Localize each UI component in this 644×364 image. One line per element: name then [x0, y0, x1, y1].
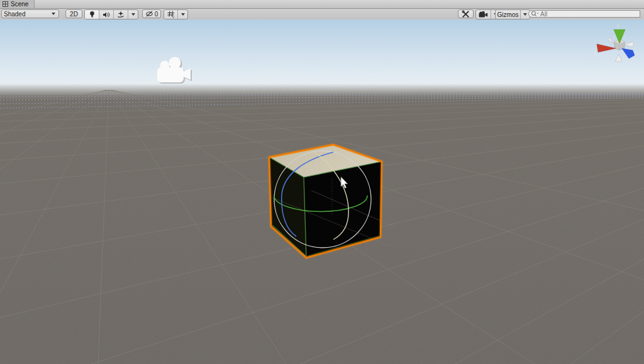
scene-viewport[interactable]: y x z — [0, 19, 644, 364]
grid-settings-dropdown[interactable] — [178, 10, 187, 19]
tab-scene[interactable]: Scene — [0, 0, 35, 8]
search-icon — [531, 11, 539, 17]
scene-lighting-button[interactable] — [85, 10, 99, 19]
gizmos-label: Gizmos — [497, 11, 519, 18]
draw-mode-dropdown[interactable]: Shaded — [1, 9, 59, 18]
hidden-count: 0 — [155, 11, 158, 18]
tab-strip: Scene — [0, 0, 644, 9]
scene-tools-button[interactable] — [458, 9, 474, 18]
speaker-icon — [103, 11, 110, 18]
grid-icon: y — [167, 11, 175, 18]
scene-audio-button[interactable] — [99, 10, 114, 19]
lightbulb-icon — [89, 11, 96, 18]
chevron-down-icon — [523, 13, 527, 16]
pane-grid-icon — [3, 1, 8, 7]
toggle-2d-label: 2D — [70, 11, 78, 18]
grid-settings-group: y — [164, 9, 188, 19]
chevron-down-icon — [52, 13, 55, 15]
axis-x-label[interactable]: x — [594, 50, 597, 57]
scene-search-field[interactable] — [528, 10, 640, 18]
svg-text:y: y — [172, 15, 174, 18]
scene-camera-button[interactable] — [476, 10, 491, 19]
scene-toolbar: Shaded 2D — [0, 9, 644, 20]
gizmos-button[interactable]: Gizmos — [496, 10, 521, 19]
grid-visibility-button[interactable]: y — [164, 10, 178, 19]
effects-star-icon — [117, 11, 125, 18]
unity-scene-view-window: Scene Shaded 2D — [0, 0, 644, 364]
scene-visibility-button[interactable]: 0 — [142, 9, 161, 18]
tab-title: Scene — [11, 1, 28, 8]
chevron-down-icon — [181, 13, 185, 16]
gizmos-group: Gizmos — [495, 9, 530, 19]
search-input[interactable] — [540, 11, 628, 18]
chevron-down-icon — [131, 13, 135, 16]
toggle-2d-button[interactable]: 2D — [65, 9, 82, 18]
wrench-screwdriver-icon — [462, 10, 470, 18]
draw-mode-label: Shaded — [4, 11, 25, 18]
view-options-group — [84, 9, 138, 19]
axis-z-label[interactable]: z — [633, 57, 636, 63]
scene-effects-button[interactable] — [114, 10, 128, 19]
scene-effects-dropdown[interactable] — [128, 10, 138, 19]
axis-y-label[interactable]: y — [617, 22, 620, 29]
camera-icon — [479, 11, 488, 18]
eye-off-icon — [145, 11, 153, 17]
